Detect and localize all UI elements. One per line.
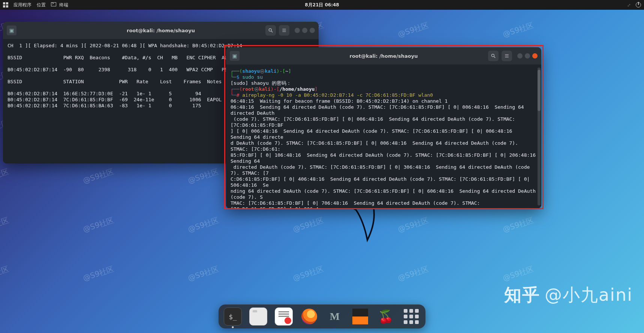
search-icon[interactable] [488,51,499,61]
close-button[interactable] [532,53,538,58]
titlebar[interactable]: ▣ root@kali: /home/shaoyu [226,47,541,64]
dock-burpsuite[interactable] [351,308,369,326]
station-row: B0:45:02:D2:B7:14 7C:D6:61:85:FD:BF -69 … [7,97,222,102]
dock-text-editor[interactable] [275,308,293,326]
author-handle: @小九aini [545,284,633,307]
search-icon[interactable] [265,25,276,36]
maximize-button[interactable] [302,28,307,33]
close-button [310,28,315,33]
hamburger-menu-icon[interactable] [279,25,289,36]
new-tab-icon[interactable]: ▣ [230,51,240,61]
beacon-wait: 06:48:15 Waiting for beacon frame (BSSID… [231,98,448,104]
firefox-icon [301,309,317,324]
hamburger-menu-icon[interactable] [502,51,512,61]
new-tab-icon[interactable]: ▣ [7,26,16,35]
sudo-prompt: [sudo] shaoyu 的密码： [231,80,291,86]
station-row: B0:45:02:D2:B7:14 7C:D6:61:85:BA:63 -83 … [7,103,201,108]
ap-header: BSSID PWR RXQ Beacons #Data, #/s CH MB E… [7,55,251,60]
dock-firefox[interactable] [300,308,318,326]
airodump-summary: CH 1 ][ Elapsed: 4 mins ][ 2022-08-21 06… [7,43,242,48]
prompt-cwd: /home/shaoyu [279,86,315,92]
top-panel: 应用程序 位置 终端 8月21日 06:48 [0,0,644,10]
grid-icon [404,309,419,324]
terminal-icon [51,2,56,6]
panel-terminal[interactable]: 终端 [51,2,68,8]
minimize-button[interactable] [295,28,300,33]
panel-places[interactable]: 位置 [37,2,46,8]
maximize-button[interactable] [525,53,530,58]
scrollbar[interactable] [538,68,541,206]
svg-line-1 [271,31,273,33]
dock: $_ M 🍒 [219,304,425,328]
deauth-output: 06:48:16 Sending 64 directed DeAuth (cod… [231,104,541,208]
dock-cherrytree[interactable]: 🍒 [377,308,395,326]
author-overlay: 知乎 @小九aini [504,284,633,307]
station-row: B0:45:02:D2:B7:14 16:6E:52:77:D3:0E -21 … [7,91,251,96]
svg-point-0 [269,28,271,31]
svg-line-6 [494,57,496,58]
prompt-cwd: ~ [285,68,288,74]
prompt-host: kali [259,86,271,92]
dock-terminal[interactable]: $_ [224,308,242,326]
svg-point-5 [491,54,494,57]
terminal-window-aireplay[interactable]: ▣ root@kali: /home/shaoyu ┌──(shaoyu㉿kal… [226,47,541,208]
window-title: root@kali: /home/shaoyu [349,53,418,59]
cmd-sudo: sudo su [242,74,263,80]
prompt-root: root [242,86,254,92]
power-icon[interactable] [636,2,641,8]
cmd-aireplay: aireplay-ng -0 10 -a B0:45:02:D2:B7:14 -… [242,92,433,98]
zhihu-logo: 知乎 [504,284,540,307]
panel-clock[interactable]: 8月21日 06:48 [305,2,339,8]
titlebar[interactable]: ▣ root@kali: /home/shaoyu [3,22,319,39]
minimize-button[interactable] [517,53,523,58]
dock-all-apps[interactable] [402,308,420,326]
network-icon[interactable] [627,2,632,8]
ap-row: B0:45:02:D2:B7:14 -90 80 2398 318 0 1 40… [7,67,257,72]
scroll-thumb[interactable] [538,70,541,111]
window-title: root@kali: /home/shaoyu [127,28,195,33]
station-header: BSSID STATION PWR Rate Lost Frames Notes… [7,79,245,84]
panel-terminal-label: 终端 [59,2,68,8]
burp-icon [352,309,368,324]
activities-icon[interactable] [3,2,8,8]
prompt-host: kali [265,68,276,74]
terminal-output[interactable]: ┌──(shaoyu㉿kali)-[~] └─$ sudo su [sudo] … [226,64,541,208]
dock-metasploit[interactable]: M [326,308,344,326]
prompt-user: shaoyu [242,68,260,74]
panel-apps[interactable]: 应用程序 [13,2,31,8]
dock-files[interactable] [249,308,267,326]
